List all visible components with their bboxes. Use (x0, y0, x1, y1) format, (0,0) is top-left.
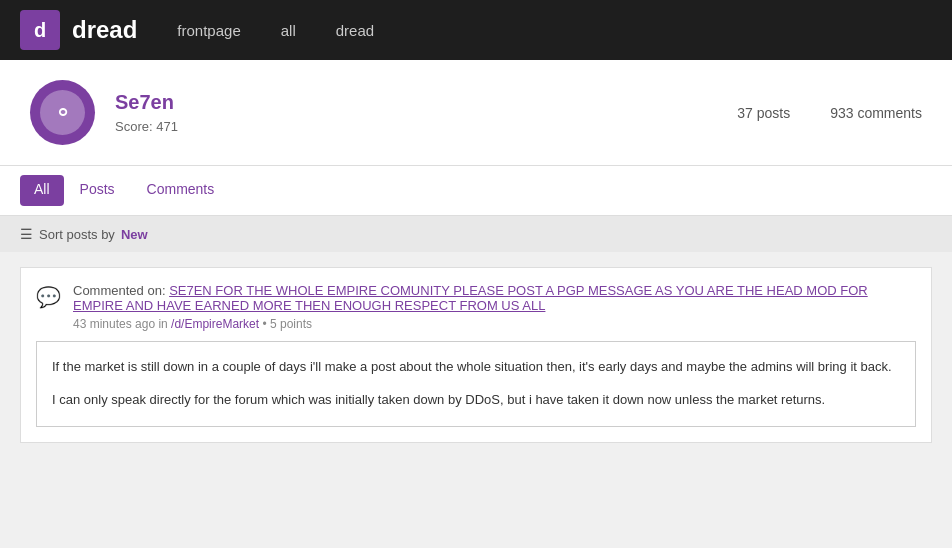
sort-current[interactable]: New (121, 227, 148, 242)
comments-count: 933 comments (830, 105, 922, 121)
post-body: If the market is still down in a couple … (36, 341, 916, 427)
post-meta: Commented on: SE7EN FOR THE WHOLE EMPIRE… (73, 283, 916, 331)
profile-stats: 37 posts 933 comments (737, 105, 922, 121)
tabs-section: All Posts Comments (0, 166, 952, 216)
logo-box: d (20, 10, 60, 50)
comment-icon: 💬 (36, 285, 61, 309)
header: d dread frontpage all dread (0, 0, 952, 60)
posts-count: 37 posts (737, 105, 790, 121)
logo-letter: d (34, 19, 46, 42)
user-icon: ⚬ (53, 99, 73, 127)
separator: • (262, 317, 266, 331)
nav-links: frontpage all dread (177, 22, 374, 39)
sort-bar: ☰ Sort posts by New (0, 216, 952, 252)
sort-icon: ☰ (20, 226, 33, 242)
tab-posts[interactable]: Posts (64, 167, 131, 214)
tab-all[interactable]: All (20, 175, 64, 206)
body-paragraph-2: I can only speak directly for the forum … (52, 390, 900, 411)
body-paragraph-1: If the market is still down in a couple … (52, 357, 900, 378)
tab-comments[interactable]: Comments (131, 167, 231, 214)
profile-info: Se7en Score: 471 (115, 91, 717, 134)
site-title: dread (72, 16, 137, 44)
avatar-inner: ⚬ (40, 90, 85, 135)
username[interactable]: Se7en (115, 91, 717, 114)
sort-prefix: Sort posts by (39, 227, 115, 242)
content: 💬 Commented on: SE7EN FOR THE WHOLE EMPI… (0, 252, 952, 468)
points: 5 points (270, 317, 312, 331)
post-preposition: in (158, 317, 167, 331)
nav-frontpage[interactable]: frontpage (177, 22, 240, 39)
post-details: 43 minutes ago in /d/EmpireMarket • 5 po… (73, 317, 916, 331)
score: Score: 471 (115, 119, 178, 134)
avatar: ⚬ (30, 80, 95, 145)
nav-all[interactable]: all (281, 22, 296, 39)
nav-dread[interactable]: dread (336, 22, 374, 39)
post-item: 💬 Commented on: SE7EN FOR THE WHOLE EMPI… (20, 267, 932, 443)
post-header: 💬 Commented on: SE7EN FOR THE WHOLE EMPI… (36, 283, 916, 331)
subreddit-link[interactable]: /d/EmpireMarket (171, 317, 259, 331)
profile-section: ⚬ Se7en Score: 471 37 posts 933 comments (0, 60, 952, 166)
post-time: 43 minutes ago (73, 317, 155, 331)
post-link[interactable]: SE7EN FOR THE WHOLE EMPIRE COMUNITY PLEA… (73, 283, 868, 313)
commented-on-label: Commented on: SE7EN FOR THE WHOLE EMPIRE… (73, 283, 916, 313)
